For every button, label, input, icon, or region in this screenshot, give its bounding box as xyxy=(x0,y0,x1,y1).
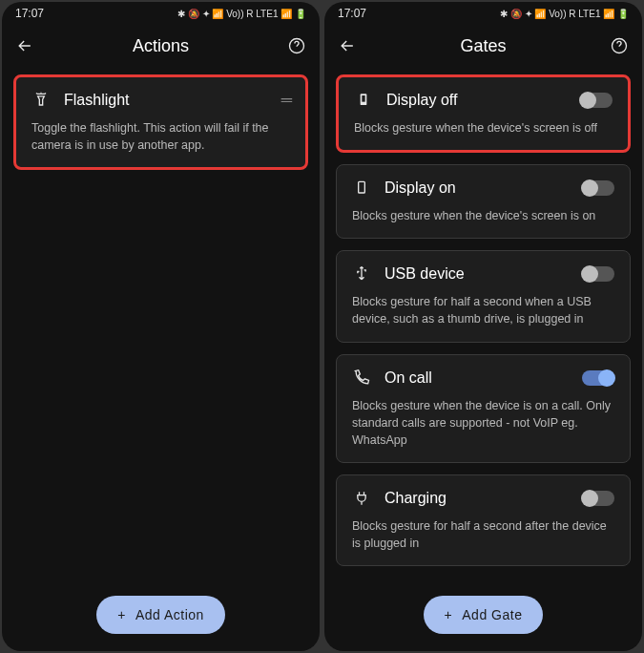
drag-handle-icon[interactable]: ═ xyxy=(281,92,290,109)
status-indicators: ✱ 🔕 ✦ 📶 Vo)) R LTE1 📶 🔋 xyxy=(500,9,629,19)
fab-label: Add Action xyxy=(135,607,204,622)
toggle[interactable] xyxy=(582,370,614,386)
plus-icon: + xyxy=(117,607,126,622)
page-title: Gates xyxy=(460,36,506,56)
card-desc: Blocks gesture when the device's screen … xyxy=(352,207,614,224)
add-gate-button[interactable]: + Add Gate xyxy=(424,596,544,634)
header: Gates xyxy=(324,25,642,67)
card-desc: Blocks gesture when the device is on a c… xyxy=(352,397,614,449)
card-title: Display off xyxy=(386,92,567,109)
card-title: Display on xyxy=(384,179,569,197)
card-display-off[interactable]: Display offBlocks gesture when the devic… xyxy=(336,74,631,153)
back-icon[interactable] xyxy=(15,36,34,55)
toggle[interactable] xyxy=(580,93,613,108)
status-bar: 17:07 ✱ 🔕 ✦ 📶 Vo)) R LTE1 📶 🔋 xyxy=(2,2,320,25)
flashlight-icon xyxy=(31,91,51,110)
card-title: Charging xyxy=(384,490,569,507)
card-desc: Blocks gesture when the device's screen … xyxy=(354,119,613,137)
card-desc: Blocks gesture for half a second when a … xyxy=(352,293,614,327)
card-usb-device[interactable]: USB deviceBlocks gesture for half a seco… xyxy=(336,250,631,342)
content: Flashlight ═ Toggle the flashlight. This… xyxy=(2,67,320,651)
help-icon[interactable] xyxy=(610,36,629,55)
plug-icon xyxy=(352,489,371,508)
display-off-icon xyxy=(354,91,373,110)
phone-icon xyxy=(352,369,371,388)
status-bar: 17:07 ✱ 🔕 ✦ 📶 Vo)) R LTE1 📶 🔋 xyxy=(324,2,642,25)
page-title: Actions xyxy=(133,36,189,56)
usb-icon xyxy=(352,264,371,284)
toggle[interactable] xyxy=(582,491,614,506)
card-title: On call xyxy=(384,369,569,387)
card-charging[interactable]: ChargingBlocks gesture for half a second… xyxy=(336,474,631,566)
card-on-call[interactable]: On callBlocks gesture when the device is… xyxy=(336,354,631,463)
card-desc: Blocks gesture for half a second after t… xyxy=(352,517,614,552)
phone-actions: 17:07 ✱ 🔕 ✦ 📶 Vo)) R LTE1 📶 🔋 Actions Fl… xyxy=(2,2,320,651)
fab-label: Add Gate xyxy=(462,607,522,622)
card-title: Flashlight xyxy=(64,92,268,109)
plus-icon: + xyxy=(445,607,453,622)
card-flashlight[interactable]: Flashlight ═ Toggle the flashlight. This… xyxy=(13,74,308,170)
status-time: 17:07 xyxy=(338,7,366,20)
status-indicators: ✱ 🔕 ✦ 📶 Vo)) R LTE1 📶 🔋 xyxy=(177,9,306,19)
card-title: USB device xyxy=(384,265,569,283)
toggle[interactable] xyxy=(582,266,614,282)
card-desc: Toggle the flashlight. This action will … xyxy=(31,119,290,154)
toggle[interactable] xyxy=(582,180,614,196)
phone-gates: 17:07 ✱ 🔕 ✦ 📶 Vo)) R LTE1 📶 🔋 Gates Disp… xyxy=(324,2,642,651)
content: Display offBlocks gesture when the devic… xyxy=(324,67,642,651)
status-time: 17:07 xyxy=(15,7,44,20)
help-icon[interactable] xyxy=(287,36,306,55)
svg-rect-4 xyxy=(359,181,365,193)
back-icon[interactable] xyxy=(338,36,357,55)
display-on-icon xyxy=(352,179,371,198)
svg-rect-3 xyxy=(362,95,364,102)
card-display-on[interactable]: Display onBlocks gesture when the device… xyxy=(336,164,631,239)
add-action-button[interactable]: + Add Action xyxy=(96,596,225,634)
header: Actions xyxy=(2,25,320,67)
